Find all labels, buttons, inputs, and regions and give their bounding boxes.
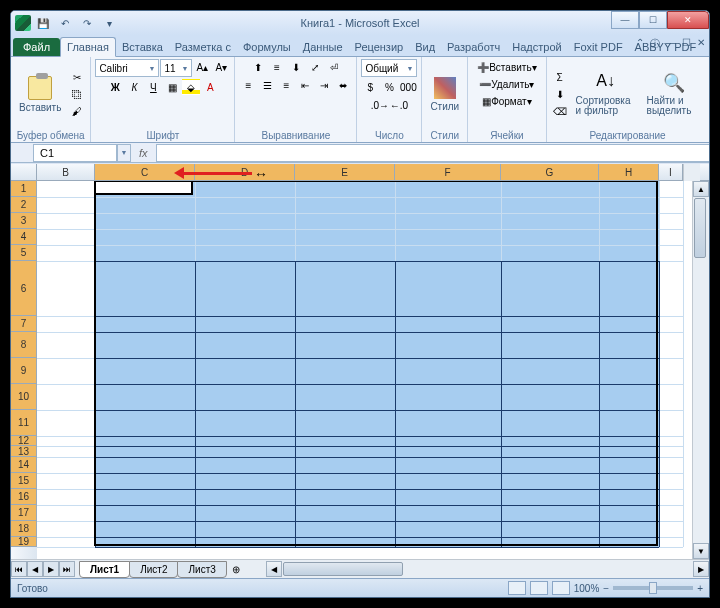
sort-filter-button[interactable]: А↓ Сортировка и фильтр [572, 70, 640, 118]
align-top-button[interactable]: ⬆ [249, 59, 267, 75]
cell-styles-button[interactable]: Стили [426, 75, 463, 114]
qat-customize[interactable]: ▾ [99, 14, 119, 32]
select-all-button[interactable] [11, 164, 37, 180]
sheet-nav-first[interactable]: ⏮ [11, 561, 27, 577]
delete-cells-button[interactable]: ➖ Удалить ▾ [474, 76, 539, 92]
row-header-8[interactable]: 8 [11, 332, 37, 358]
cut-button[interactable]: ✂ [68, 69, 86, 85]
shrink-font-button[interactable]: A▾ [212, 59, 230, 75]
view-normal-button[interactable] [508, 581, 526, 595]
row-header-1[interactable]: 1 [11, 181, 37, 197]
row-header-15[interactable]: 15 [11, 473, 37, 489]
qat-redo[interactable]: ↷ [77, 14, 97, 32]
row-header-19[interactable]: 19 [11, 537, 37, 547]
scroll-left-button[interactable]: ◀ [266, 561, 282, 577]
zoom-thumb[interactable] [649, 582, 657, 594]
row-header-9[interactable]: 9 [11, 358, 37, 384]
qat-save[interactable]: 💾 [33, 14, 53, 32]
name-box[interactable]: C1 [33, 144, 117, 162]
doc-close-icon[interactable]: ✕ [697, 37, 705, 51]
align-center-button[interactable]: ☰ [258, 77, 276, 93]
font-size-combo[interactable]: 11▼ [160, 59, 192, 77]
zoom-slider[interactable] [613, 586, 693, 590]
copy-button[interactable]: ⿻ [68, 86, 86, 102]
number-format-combo[interactable]: Общий▼ [361, 59, 417, 77]
sheet-nav-prev[interactable]: ◀ [27, 561, 43, 577]
column-header-F[interactable]: F [395, 164, 501, 180]
sheet-tab-3[interactable]: Лист3 [177, 561, 226, 578]
fx-button[interactable]: fx [131, 147, 156, 159]
doc-max-icon[interactable]: ☐ [682, 37, 691, 51]
vertical-scrollbar[interactable]: ▲ ▼ [692, 181, 709, 559]
zoom-in-button[interactable]: + [697, 583, 703, 594]
orientation-button[interactable]: ⤢ [306, 59, 324, 75]
align-bottom-button[interactable]: ⬇ [287, 59, 305, 75]
column-header-B[interactable]: B [37, 164, 95, 180]
autosum-button[interactable]: Σ [551, 69, 569, 85]
indent-inc-button[interactable]: ⇥ [315, 77, 333, 93]
border-button[interactable]: ▦ [163, 79, 181, 95]
doc-min-icon[interactable]: — [666, 37, 676, 51]
row-header-3[interactable]: 3 [11, 213, 37, 229]
ribbon-minimize-icon[interactable]: ⌃ [636, 37, 644, 51]
inc-decimal-button[interactable]: .0→ [371, 97, 389, 113]
cells-area[interactable] [37, 181, 692, 559]
row-header-14[interactable]: 14 [11, 457, 37, 473]
formula-input[interactable] [156, 144, 709, 162]
dec-decimal-button[interactable]: ←.0 [390, 97, 408, 113]
vscroll-thumb[interactable] [694, 198, 706, 258]
view-break-button[interactable] [552, 581, 570, 595]
row-header-5[interactable]: 5 [11, 245, 37, 261]
tab-home[interactable]: Главная [60, 37, 116, 57]
grow-font-button[interactable]: A▴ [193, 59, 211, 75]
scroll-up-button[interactable]: ▲ [693, 181, 709, 197]
clear-button[interactable]: ⌫ [551, 103, 569, 119]
italic-button[interactable]: К [125, 79, 143, 95]
tab-foxit[interactable]: Foxit PDF [568, 38, 629, 56]
column-header-E[interactable]: E [295, 164, 395, 180]
column-header-H[interactable]: H [599, 164, 659, 180]
scroll-down-button[interactable]: ▼ [693, 543, 709, 559]
percent-button[interactable]: % [380, 79, 398, 95]
name-box-dropdown[interactable]: ▼ [117, 144, 131, 162]
zoom-out-button[interactable]: − [603, 583, 609, 594]
underline-button[interactable]: Ч [144, 79, 162, 95]
fill-color-button[interactable]: ⬙ [182, 79, 200, 95]
tab-developer[interactable]: Разработч [441, 38, 506, 56]
horizontal-scrollbar[interactable]: ◀ ▶ [266, 561, 709, 578]
align-right-button[interactable]: ≡ [277, 77, 295, 93]
row-header-17[interactable]: 17 [11, 505, 37, 521]
help-icon[interactable]: ⓘ [650, 37, 660, 51]
insert-cells-button[interactable]: ➕ Вставить ▾ [472, 59, 541, 75]
close-button[interactable]: ✕ [667, 11, 709, 29]
fill-button[interactable]: ⬇ [551, 86, 569, 102]
row-header-18[interactable]: 18 [11, 521, 37, 537]
tab-layout[interactable]: Разметка с [169, 38, 237, 56]
wrap-text-button[interactable]: ⏎ [325, 59, 343, 75]
new-sheet-button[interactable]: ⊕ [226, 561, 246, 578]
font-name-combo[interactable]: Calibri▼ [95, 59, 159, 77]
format-cells-button[interactable]: ▦ Формат ▾ [477, 93, 537, 109]
merge-button[interactable]: ⬌ [334, 77, 352, 93]
bold-button[interactable]: Ж [106, 79, 124, 95]
file-tab[interactable]: Файл [13, 38, 60, 56]
paste-button[interactable]: Вставить [15, 74, 65, 115]
minimize-button[interactable]: — [611, 11, 639, 29]
row-header-11[interactable]: 11 [11, 410, 37, 436]
row-header-2[interactable]: 2 [11, 197, 37, 213]
tab-formulas[interactable]: Формулы [237, 38, 297, 56]
find-select-button[interactable]: 🔍 Найти и выделить [643, 70, 705, 118]
format-painter-button[interactable]: 🖌 [68, 103, 86, 119]
sheet-tab-2[interactable]: Лист2 [129, 561, 178, 578]
font-color-button[interactable]: A [201, 79, 219, 95]
indent-dec-button[interactable]: ⇤ [296, 77, 314, 93]
sheet-nav-last[interactable]: ⏭ [59, 561, 75, 577]
tab-review[interactable]: Рецензир [349, 38, 410, 56]
column-header-G[interactable]: G [501, 164, 599, 180]
tab-addins[interactable]: Надстрой [506, 38, 567, 56]
align-left-button[interactable]: ≡ [239, 77, 257, 93]
tab-data[interactable]: Данные [297, 38, 349, 56]
row-header-6[interactable]: 6 [11, 261, 37, 316]
column-header-I[interactable]: I [659, 164, 683, 180]
row-header-16[interactable]: 16 [11, 489, 37, 505]
